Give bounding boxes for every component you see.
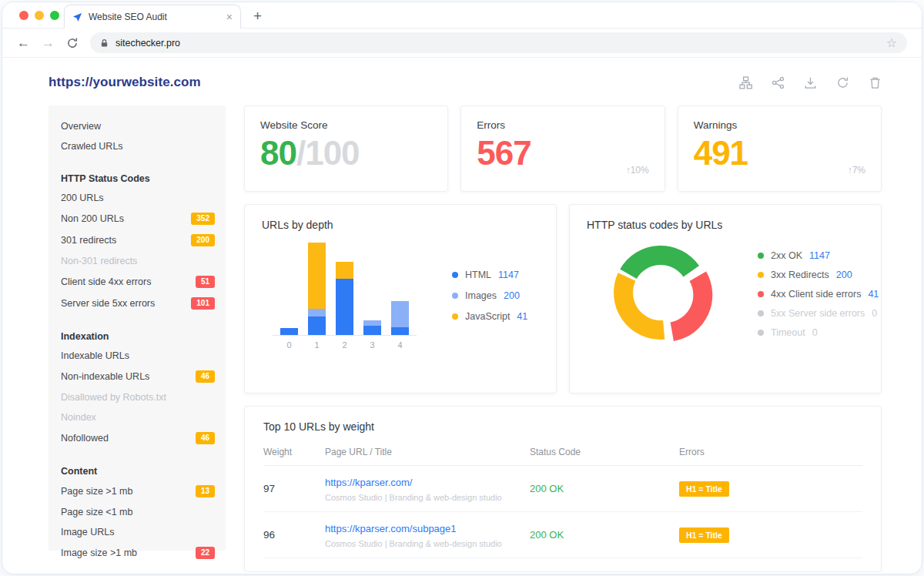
page-url-link[interactable]: https://kparser.com/subpage1 (325, 523, 457, 534)
sidebar-section-content: Content (49, 460, 226, 481)
sidebar-item-crawled-urls[interactable]: Crawled URLs (49, 136, 226, 156)
bar-segment (336, 279, 353, 336)
column-header-weight: Weight (263, 447, 325, 457)
window-controls (19, 11, 59, 20)
x-axis-tick: 0 (280, 340, 298, 350)
stat-label: Warnings (694, 119, 865, 131)
url-cell: https://kparser.com/subpage1 Cosmos Stud… (325, 521, 530, 548)
browser-window: Website SEO Audit × + ← → sitechecker.pr… (2, 2, 922, 574)
sidebar-item-200-urls[interactable]: 200 URLs (49, 188, 226, 208)
minimize-window-button[interactable] (35, 11, 44, 20)
close-tab-icon[interactable]: × (226, 12, 233, 22)
count-badge: 46 (196, 370, 215, 383)
legend-item-timeout: Timeout0 (758, 327, 879, 338)
table-header: Weight Page URL / Title Status Code Erro… (263, 433, 862, 466)
legend-dot (758, 253, 764, 259)
errors-cell: H1 = Title (679, 527, 862, 543)
count-badge: 13 (196, 485, 215, 497)
chart-title: HTTP status codes by URLs (587, 219, 864, 231)
sidebar-item-non-indexable-urls[interactable]: Non-indexable URLs46 (49, 366, 226, 387)
bar-segment (391, 301, 409, 327)
sidebar-item-overview[interactable]: Overview (49, 116, 226, 136)
zoom-window-button[interactable] (50, 11, 59, 20)
x-axis-tick: 1 (308, 340, 326, 350)
warnings-trend: ↑7% (848, 165, 865, 176)
donut-chart-legend: 2xx OK1147 3xx Redirects200 4xx Client s… (758, 250, 879, 338)
donut-slice (614, 273, 665, 340)
website-score-value: 80/100 (260, 135, 432, 172)
count-badge: 46 (196, 432, 215, 444)
bookmark-star-icon[interactable]: ☆ (886, 35, 897, 50)
site-structure-icon[interactable] (739, 76, 752, 89)
bar-segment (308, 243, 326, 309)
tab-strip: Website SEO Audit × + (2, 2, 922, 28)
browser-toolbar: ← → sitechecker.pro ☆ (2, 28, 922, 58)
bar-chart-legend: HTML1147 Images200 JavaScript41 (452, 270, 527, 322)
share-icon[interactable] (772, 76, 785, 89)
refresh-icon[interactable] (836, 76, 849, 89)
legend-item-images: Images200 (452, 290, 527, 301)
bar-chart: 01234 (273, 242, 417, 350)
address-bar[interactable]: sitechecker.pro ☆ (90, 32, 907, 53)
bar-segment (308, 309, 326, 316)
bar-column (363, 320, 381, 335)
page-url-link[interactable]: https://kparser.com/ (325, 477, 412, 488)
sidebar-item-nofollowed[interactable]: Nofollowed46 (49, 427, 226, 449)
close-window-button[interactable] (19, 11, 28, 20)
legend-item-3xx: 3xx Redirects200 (758, 270, 879, 280)
download-icon[interactable] (804, 76, 817, 89)
sidebar-item-page-size-over-1mb[interactable]: Page size >1 mb13 (49, 481, 226, 502)
sidebar-item-image-size-over-1mb[interactable]: Image size >1 mb22 (49, 542, 226, 564)
count-badge: 101 (191, 297, 215, 310)
reload-icon[interactable] (66, 37, 79, 49)
sidebar-item-disallowed-robots[interactable]: Disallowed by Robots.txt (49, 387, 226, 407)
url-cell: https://kparser.com/ Cosmos Studio | Bra… (325, 475, 530, 502)
x-axis-tick: 4 (391, 340, 409, 350)
forward-icon[interactable]: → (42, 36, 55, 49)
bar-segment (363, 326, 381, 335)
donut-slice (620, 246, 699, 279)
delete-icon[interactable] (869, 76, 882, 89)
page-title-subtext: Cosmos Studio | Branding & web-design st… (325, 539, 530, 548)
sidebar-item-4xx-errors[interactable]: Client side 4xx errors51 (49, 271, 226, 293)
new-tab-button[interactable]: + (253, 5, 262, 28)
sidebar-item-non-200-urls[interactable]: Non 200 URLs352 (49, 208, 226, 229)
sidebar-item-image-urls[interactable]: Image URLs (49, 522, 226, 542)
bar-segment (391, 327, 409, 335)
sidebar-item-301-redirects[interactable]: 301 redirects200 (49, 229, 226, 251)
top-urls-table-card: Top 10 URLs by weight Weight Page URL / … (244, 406, 882, 572)
error-badge: H1 = Title (679, 527, 729, 543)
sidebar-item-indexable-urls[interactable]: Indexable URLs (49, 346, 226, 366)
sidebar-item-page-size-under-1mb[interactable]: Page size <1 mb (49, 502, 226, 522)
warnings-card: Warnings 491 ↑7% (678, 105, 882, 192)
website-score-card: Website Score 80/100 (244, 105, 448, 192)
x-axis-tick: 2 (336, 340, 353, 350)
legend-dot (452, 272, 458, 278)
sidebar-section-indexation: Indexation (49, 326, 226, 346)
column-header-url: Page URL / Title (325, 447, 530, 457)
legend-item-2xx: 2xx OK1147 (758, 250, 879, 261)
legend-item-javascript: JavaScript41 (452, 311, 527, 322)
back-icon[interactable]: ← (17, 36, 30, 49)
column-header-status: Status Code (530, 447, 679, 457)
report-sidebar: Overview Crawled URLs HTTP Status Codes … (49, 105, 226, 551)
sidebar-item-noindex[interactable]: Noindex (49, 407, 226, 427)
table-title: Top 10 URLs by weight (263, 420, 862, 433)
sidebar-section-http-status-codes: HTTP Status Codes (49, 168, 226, 188)
weight-cell: 96 (263, 529, 325, 541)
chart-title: URLs by depth (262, 219, 539, 231)
count-badge: 51 (196, 276, 215, 288)
status-code-cell: 200 OK (530, 483, 679, 494)
audited-site-url[interactable]: https://yourwebsite.com (49, 75, 201, 90)
charts-row: URLs by depth 01234 HTML1147 Images200 J… (244, 204, 882, 393)
legend-dot (758, 291, 764, 297)
sidebar-item-5xx-errors[interactable]: Server side 5xx errors101 (49, 293, 226, 314)
sidebar-item-non-301-redirects[interactable]: Non-301 redirects (49, 251, 226, 271)
tab-favicon-icon (72, 12, 82, 22)
bar-column (336, 262, 353, 336)
count-badge: 352 (191, 213, 215, 225)
browser-tab[interactable]: Website SEO Audit × (64, 5, 241, 28)
count-badge: 200 (191, 234, 215, 246)
legend-item-5xx: 5xx Server side errors0 (758, 308, 879, 319)
errors-cell: H1 = Title (679, 481, 862, 497)
